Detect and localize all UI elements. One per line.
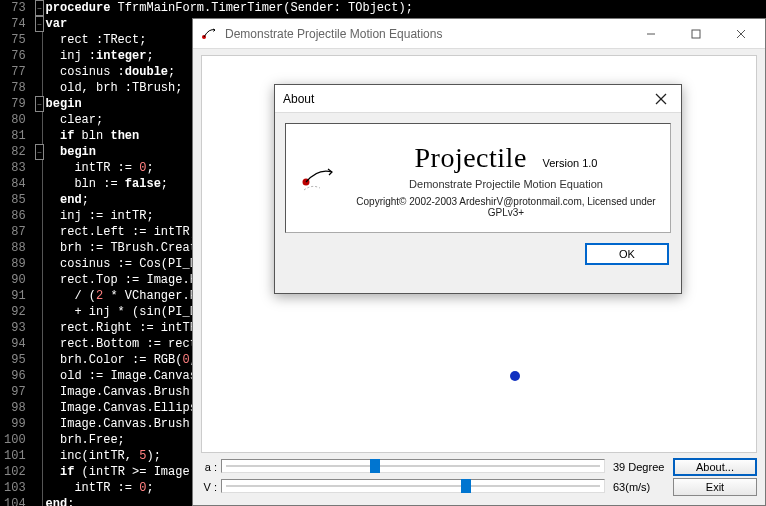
svg-rect-2 (692, 30, 700, 38)
about-panel: Projectile Version 1.0 Demonstrate Proje… (285, 123, 671, 233)
about-heading: Projectile (415, 142, 527, 173)
about-subtitle: Demonstrate Projectile Motion Equation (354, 178, 658, 190)
exit-button[interactable]: Exit (673, 478, 757, 496)
about-copyright: Copyright© 2002-2003 ArdeshirV@protonmai… (354, 196, 658, 218)
about-button[interactable]: About... (673, 458, 757, 476)
velocity-readout: 63(m/s) (613, 481, 665, 493)
fold-column: −−−−−− (34, 0, 46, 506)
minimize-button[interactable] (628, 20, 673, 48)
dialog-titlebar[interactable]: About (275, 85, 681, 113)
velocity-slider[interactable] (221, 479, 605, 495)
app-icon (201, 26, 217, 42)
about-dialog: About Projectile Version 1.0 Demonstrate… (274, 84, 682, 294)
angle-readout: 39 Degree (613, 461, 665, 473)
control-row: a : V : 39 Degree 63(m/s) About... Exit (201, 457, 757, 497)
angle-label: a : (201, 461, 217, 473)
maximize-button[interactable] (673, 20, 718, 48)
titlebar[interactable]: Demonstrate Projectile Motion Equations (193, 19, 765, 49)
projectile-dot (510, 371, 520, 381)
close-button[interactable] (718, 20, 763, 48)
angle-slider[interactable] (221, 459, 605, 475)
ok-button[interactable]: OK (585, 243, 669, 265)
velocity-label: V : (201, 481, 217, 493)
about-version: Version 1.0 (542, 157, 597, 169)
projectile-logo-icon (298, 160, 338, 200)
dialog-close-button[interactable] (649, 87, 673, 111)
dialog-title: About (283, 92, 314, 106)
window-controls (628, 20, 763, 48)
window-title: Demonstrate Projectile Motion Equations (225, 27, 628, 41)
line-gutter: 7374757677787980818283848586878889909192… (0, 0, 34, 506)
